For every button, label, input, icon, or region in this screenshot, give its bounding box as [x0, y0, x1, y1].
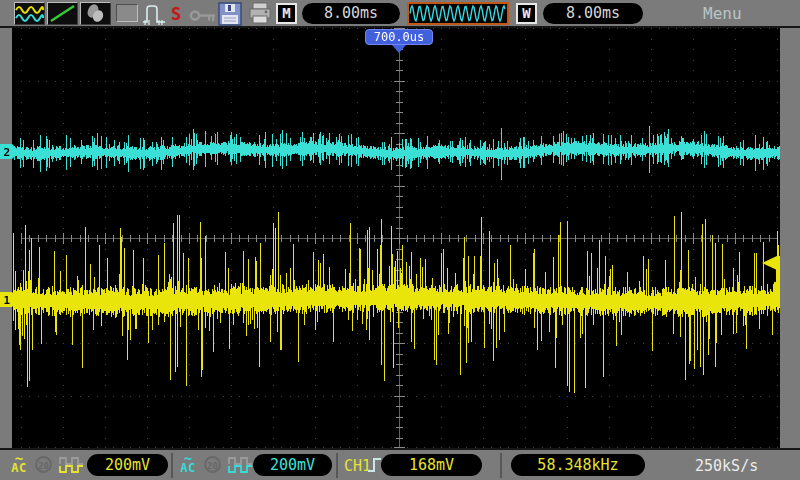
channel1-position-marker[interactable]: 1	[0, 292, 21, 311]
ch2-coupling-indicator: ~ AC	[176, 454, 200, 474]
channels-button[interactable]	[14, 2, 45, 25]
ch2-bandwidth-badge: 20	[204, 456, 221, 473]
ch1-scale-readout: 200mV	[87, 454, 168, 476]
menu-button[interactable]: Menu	[703, 4, 742, 23]
ch1-waveform-mode-icon	[59, 457, 84, 477]
persistence-blob-icon	[81, 3, 110, 24]
window-timebase-readout: 8.00ms	[543, 3, 643, 24]
trigger-level-marker[interactable]	[762, 255, 779, 275]
top-toolbar: S	[0, 0, 800, 28]
zoom-preview-wave	[410, 6, 505, 21]
window-timebase-badge: W	[516, 3, 537, 24]
trigger-level-readout: 168mV	[381, 454, 482, 476]
svg-text:2: 2	[4, 146, 11, 159]
divider	[336, 453, 338, 478]
oscilloscope-screen: S	[0, 0, 800, 480]
signal-s-badge[interactable]: S	[171, 4, 181, 24]
main-timebase-readout: 8.00ms	[302, 3, 400, 24]
waveform-canvas	[0, 28, 800, 448]
trigger-frequency-readout: 58.348kHz	[511, 454, 645, 476]
delay-time-marker: 700.0us	[365, 29, 433, 45]
trigger-slope-icon	[367, 456, 382, 478]
display-style-button[interactable]	[47, 2, 78, 25]
green-line-icon	[48, 3, 77, 24]
status-bar: ~ AC 20 200mV ~ AC 20 200mV CH1	[0, 448, 800, 480]
print-icon[interactable]	[248, 2, 272, 29]
trigger-arrow-icon	[762, 255, 779, 271]
svg-text:1: 1	[4, 294, 11, 307]
zoom-window-preview	[407, 2, 509, 25]
pulse-capture-icon[interactable]	[141, 2, 167, 30]
channel2-position-marker[interactable]: 2	[0, 144, 21, 163]
divider	[500, 453, 502, 478]
delay-marker-pointer-icon	[392, 45, 406, 53]
sample-rate-label: 250kS/s	[695, 457, 758, 475]
divider	[171, 453, 173, 478]
waveform-display: 700.0us 2 1	[0, 28, 800, 448]
empty-indicator-box	[116, 4, 138, 22]
ch2-scale-readout: 200mV	[253, 454, 332, 476]
ch2-waveform-mode-icon	[228, 457, 253, 477]
persistence-button[interactable]	[80, 2, 111, 25]
lock-key-icon[interactable]	[189, 8, 217, 27]
ch1-coupling-indicator: ~ AC	[7, 454, 31, 474]
save-floppy-icon[interactable]	[218, 2, 243, 30]
channel-waves-icon	[15, 3, 44, 24]
main-timebase-badge: M	[276, 3, 297, 24]
ch1-bandwidth-badge: 20	[35, 456, 52, 473]
